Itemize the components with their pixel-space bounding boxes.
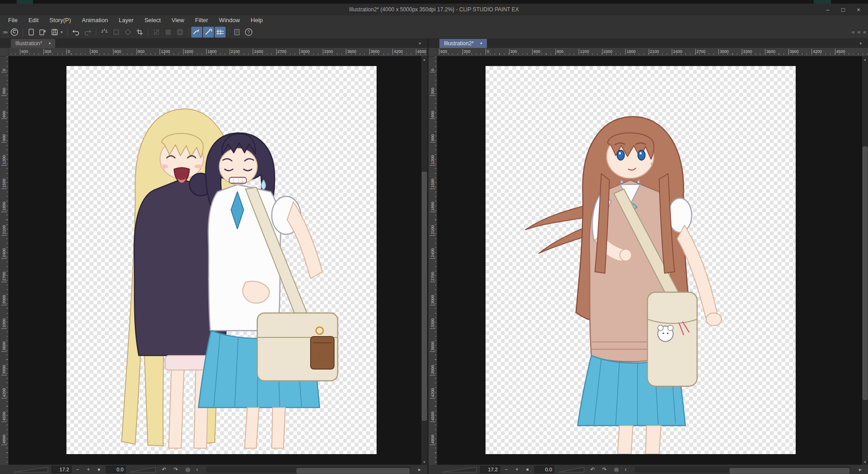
vertical-scroll-thumb[interactable] bbox=[422, 172, 427, 421]
menu-filter[interactable]: Filter bbox=[189, 15, 213, 25]
redo-button[interactable] bbox=[82, 27, 93, 38]
canvas-viewport-right[interactable]: 0300600900120015001800210024002700300033… bbox=[429, 56, 868, 465]
toolbar-separator bbox=[228, 28, 229, 36]
fit-to-screen-button[interactable]: ■ bbox=[524, 467, 531, 472]
deselect-button[interactable] bbox=[111, 27, 122, 38]
v-ruler-label: 4200 bbox=[430, 388, 435, 398]
undo-button[interactable] bbox=[71, 27, 81, 38]
horizontal-ruler: 6003000300600900120015001800210024002700… bbox=[0, 48, 427, 57]
scroll-right-icon[interactable]: ▶ bbox=[415, 465, 424, 474]
zoom-in-button[interactable]: + bbox=[513, 466, 521, 473]
reset-view-button[interactable]: ◎ bbox=[183, 466, 193, 473]
collapse-panels-icon[interactable]: « bbox=[863, 29, 866, 35]
tab-list-dropdown-icon[interactable]: ▾ bbox=[419, 41, 421, 46]
reset-view-button[interactable]: ◎ bbox=[611, 466, 621, 473]
tab-bar-right: Illustration2* ● ▾ bbox=[429, 39, 868, 48]
h-ruler-label: 4500 bbox=[416, 49, 426, 54]
rotate-cw-button[interactable]: ↷ bbox=[171, 466, 181, 473]
canvas-right[interactable] bbox=[486, 66, 796, 454]
menu-edit[interactable]: Edit bbox=[23, 15, 44, 25]
rotation-slider[interactable] bbox=[129, 465, 156, 474]
fit-to-screen-button[interactable]: ■ bbox=[95, 467, 103, 472]
zoom-value[interactable]: 17.2 bbox=[480, 466, 500, 473]
crop-button[interactable] bbox=[134, 27, 145, 38]
h-ruler-label: 1800 bbox=[206, 49, 217, 54]
snap-to-special-ruler-button[interactable] bbox=[203, 27, 214, 38]
canvas-left[interactable] bbox=[66, 66, 377, 454]
menu-storyp[interactable]: Story(P) bbox=[44, 15, 76, 25]
window-title: Illustration2* (4000 x 5000px 350dpi 17.… bbox=[349, 6, 519, 13]
new-file-button[interactable] bbox=[26, 27, 37, 38]
collapse-panels-icon[interactable]: « bbox=[852, 29, 855, 35]
maximize-button[interactable]: □ bbox=[836, 5, 850, 14]
save-file-button[interactable] bbox=[49, 27, 60, 38]
snap-to-grid-button[interactable] bbox=[215, 27, 226, 38]
vertical-scrollbar-left[interactable]: ▲ ▼ bbox=[421, 56, 427, 465]
v-ruler-label: 3300 bbox=[1, 318, 7, 328]
back-button[interactable]: ‹ bbox=[193, 466, 201, 473]
back-button[interactable]: ‹ bbox=[622, 466, 629, 473]
scroll-right-icon[interactable]: ▶ bbox=[856, 465, 864, 474]
invert-selection-button[interactable] bbox=[123, 27, 133, 38]
zoom-out-button[interactable]: − bbox=[73, 466, 82, 473]
zoom-in-button[interactable]: + bbox=[84, 466, 93, 473]
vertical-scrollbar-right[interactable]: ▲ ▼ bbox=[862, 56, 868, 465]
zoom-slider[interactable] bbox=[13, 465, 49, 474]
rotation-slider[interactable] bbox=[558, 465, 585, 474]
menu-window[interactable]: Window bbox=[213, 15, 245, 25]
tab-illustration1[interactable]: Illustration* ● bbox=[11, 39, 55, 48]
scroll-up-icon[interactable]: ▲ bbox=[862, 56, 868, 62]
h-ruler-label: 2700 bbox=[276, 49, 287, 54]
open-file-button[interactable] bbox=[38, 27, 48, 38]
v-ruler-label: 900 bbox=[430, 134, 435, 142]
minimize-button[interactable]: – bbox=[821, 5, 835, 14]
selection-area-icon[interactable] bbox=[175, 27, 185, 38]
menu-help[interactable]: Help bbox=[245, 15, 269, 25]
zoom-value[interactable]: 17.2 bbox=[52, 466, 71, 473]
menu-layer[interactable]: Layer bbox=[113, 15, 139, 25]
h-ruler-label: 1200 bbox=[579, 49, 589, 54]
tab-list-dropdown-icon[interactable]: ▾ bbox=[859, 41, 862, 46]
horizontal-scroll-thumb[interactable] bbox=[297, 468, 410, 474]
snap-to-ruler-button[interactable] bbox=[191, 27, 202, 38]
save-dropdown-icon[interactable]: ▾ bbox=[61, 30, 65, 34]
horizontal-scrollbar[interactable] bbox=[206, 466, 410, 473]
h-ruler-label: 1500 bbox=[183, 49, 193, 54]
rotation-value[interactable]: 0.0 bbox=[534, 466, 554, 473]
rotate-cw-button[interactable]: ↷ bbox=[599, 466, 609, 473]
scroll-up-icon[interactable]: ▲ bbox=[421, 56, 427, 62]
rotate-ccw-button[interactable]: ↶ bbox=[159, 466, 169, 473]
collapse-panels-icon[interactable]: « bbox=[858, 29, 861, 35]
horizontal-scrollbar[interactable] bbox=[635, 466, 851, 473]
menu-file[interactable]: File bbox=[3, 15, 23, 25]
scroll-down-icon[interactable]: ▼ bbox=[421, 459, 427, 465]
help-icon[interactable]: ? bbox=[243, 27, 254, 38]
selection-fill-icon[interactable] bbox=[163, 27, 174, 38]
zoom-out-button[interactable]: − bbox=[502, 466, 510, 473]
processing-sparkle-icon[interactable] bbox=[99, 27, 110, 38]
h-ruler-label: 600 bbox=[439, 49, 447, 54]
rotation-value[interactable]: 0.0 bbox=[106, 466, 126, 473]
menu-select[interactable]: Select bbox=[139, 15, 166, 25]
h-ruler-label: 600 bbox=[532, 49, 540, 54]
close-button[interactable]: × bbox=[852, 5, 865, 14]
canvas-viewport-left[interactable]: 0300600900120015001800210024002700300033… bbox=[0, 56, 427, 465]
h-ruler-label: 2100 bbox=[230, 49, 240, 54]
toolbar-overflow-icon[interactable]: »» bbox=[3, 29, 7, 35]
material-panel-icon[interactable] bbox=[231, 27, 242, 38]
rotate-ccw-button[interactable]: ↶ bbox=[588, 466, 598, 473]
horizontal-scroll-thumb[interactable] bbox=[730, 468, 849, 474]
tab-illustration2[interactable]: Illustration2* ● bbox=[439, 39, 487, 48]
vertical-scroll-thumb[interactable] bbox=[863, 147, 868, 400]
screen-top-strip bbox=[0, 0, 868, 4]
ruler-corner bbox=[429, 48, 437, 57]
h-ruler-label: 2700 bbox=[695, 49, 706, 54]
v-ruler-label: 0 bbox=[430, 69, 435, 72]
h-ruler-label: 300 bbox=[509, 49, 517, 54]
clip-studio-logo-icon[interactable] bbox=[9, 27, 20, 38]
zoom-slider[interactable] bbox=[441, 465, 477, 474]
menu-view[interactable]: View bbox=[166, 15, 190, 25]
scroll-down-icon[interactable]: ▼ bbox=[862, 459, 868, 465]
menu-animation[interactable]: Animation bbox=[76, 15, 113, 25]
selection-border-icon[interactable] bbox=[151, 27, 162, 38]
